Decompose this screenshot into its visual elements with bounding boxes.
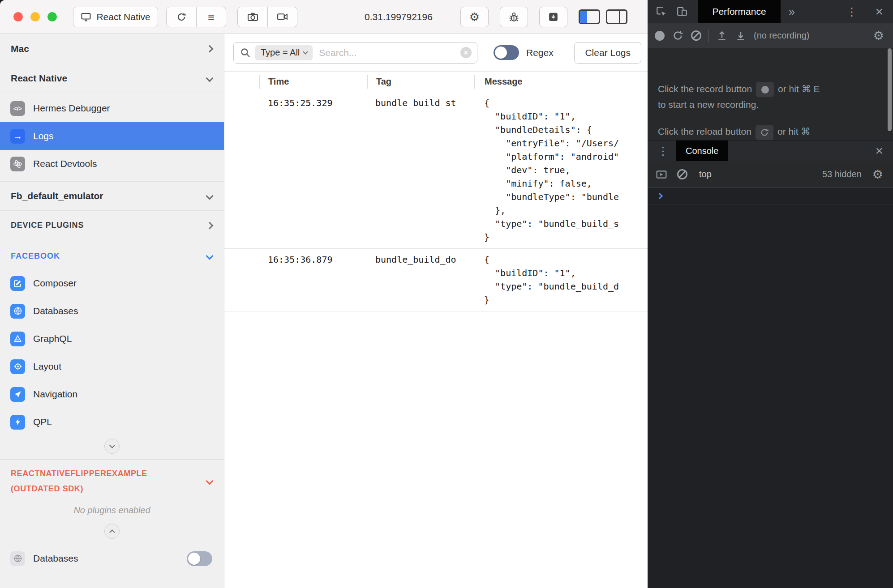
more-tabs-icon[interactable]: »: [789, 5, 795, 18]
monitor-icon: [81, 12, 91, 22]
collapse-disabled-plugins-button[interactable]: [104, 524, 120, 539]
load-profile-button[interactable]: [716, 30, 728, 42]
sidebar-section-mac[interactable]: Mac: [0, 34, 224, 64]
sidebar-item-graphql[interactable]: GraphQL: [0, 325, 224, 353]
device-selector-button[interactable]: React Native: [73, 7, 158, 27]
search-icon: [240, 47, 251, 58]
regex-label: Regex: [526, 47, 554, 58]
disabled-plugin-row-databases: Databases: [0, 545, 224, 572]
inspect-cursor-icon[interactable]: [656, 6, 667, 17]
sidebar-section-react-native[interactable]: React Native: [0, 64, 224, 93]
clear-recording-icon[interactable]: [691, 30, 701, 41]
context-selector[interactable]: top: [699, 169, 712, 179]
clear-search-icon[interactable]: ×: [460, 47, 472, 58]
plugin-label: Composer: [33, 278, 77, 289]
performance-empty-state: Click the record buttonor hit ⌘ E to sta…: [648, 48, 893, 140]
record-button[interactable]: [655, 31, 665, 41]
sidebar-item-composer[interactable]: Composer: [0, 269, 224, 297]
regex-toggle[interactable]: [494, 45, 519, 60]
overflow-menu-icon[interactable]: ⋮: [846, 5, 857, 18]
column-header-message[interactable]: Message: [474, 75, 648, 89]
reload-and-record-button[interactable]: [672, 30, 684, 42]
show-more-plugins-button[interactable]: [104, 439, 120, 454]
menu-button[interactable]: ≡: [196, 7, 226, 27]
section-label: REACTNATIVEFLIPPEREXAMPLE (OUTDATED SDK): [11, 466, 147, 496]
scrollbar-thumb[interactable]: [888, 48, 892, 131]
drawer-overflow-icon[interactable]: ⋮: [648, 145, 669, 158]
screen-record-button[interactable]: [267, 7, 297, 27]
reload-inline-button[interactable]: [756, 125, 773, 140]
sidebar-item-logs[interactable]: → Logs: [0, 122, 224, 150]
close-devtools-icon[interactable]: ×: [875, 5, 883, 18]
column-header-time[interactable]: Time: [259, 75, 367, 89]
sidebar-item-hermes-debugger[interactable]: </> Hermes Debugger: [0, 94, 224, 122]
chevron-down-icon: [206, 252, 214, 260]
enable-plugin-toggle[interactable]: [187, 551, 212, 566]
console-toolbar: top 53 hidden ⚙: [648, 161, 893, 188]
close-window-button[interactable]: [13, 12, 23, 21]
table-row[interactable]: 16:35:36.879 bundle_build_do { "buildID"…: [224, 249, 648, 311]
chevron-right-icon: [206, 222, 214, 229]
console-prompt[interactable]: [648, 188, 893, 205]
zoom-window-button[interactable]: [47, 12, 57, 21]
sidebar-item-react-devtools[interactable]: React Devtools: [0, 150, 224, 178]
screen: React Native ≡: [0, 0, 893, 588]
chevron-down-icon: [206, 477, 214, 485]
layout-toggle-group: [579, 0, 627, 34]
refresh-button[interactable]: [167, 7, 196, 27]
tab-performance[interactable]: Performance: [698, 0, 781, 23]
minimize-window-button[interactable]: [30, 12, 40, 21]
reload-instruction: Click the reload button or hit ⌘: [658, 124, 880, 140]
save-profile-button[interactable]: [735, 30, 747, 42]
sidebar-section-outdated-sdk[interactable]: REACTNATIVEFLIPPEREXAMPLE (OUTDATED SDK): [0, 460, 224, 496]
record-inline-button[interactable]: [756, 82, 774, 97]
install-icon: [548, 11, 559, 22]
plugin-label: GraphQL: [33, 333, 72, 344]
table-row[interactable]: 16:35:25.329 bundle_build_st { "buildID"…: [224, 92, 648, 249]
gear-icon[interactable]: ⚙: [873, 29, 884, 43]
log-message: { "buildID": "1", "type": "bundle_build_…: [474, 253, 648, 307]
video-icon: [277, 11, 288, 22]
code-icon: </>: [10, 101, 25, 116]
sidebar-section-facebook[interactable]: FACEBOOK: [0, 243, 224, 269]
sidebar-section-emulator[interactable]: Fb_default_emulator: [0, 181, 224, 211]
lightning-icon: [10, 415, 25, 430]
sidebar-partial-row: [0, 582, 224, 588]
type-filter-chip[interactable]: Type = All: [255, 45, 313, 60]
sidebar-item-navigation[interactable]: Navigation: [0, 380, 224, 408]
performance-toolbar: (no recording) ⚙: [648, 23, 893, 48]
tab-console[interactable]: Console: [676, 141, 728, 162]
search-input[interactable]: [318, 47, 460, 59]
sidebar-item-databases[interactable]: Databases: [0, 297, 224, 325]
react-native-plugin-list: </> Hermes Debugger → Logs: [0, 93, 224, 178]
plugin-label: QPL: [33, 417, 52, 427]
clear-logs-button[interactable]: Clear Logs: [574, 42, 641, 64]
devtools-tabbar-right: ⋮ ×: [846, 5, 893, 18]
toggle-left-sidebar-button[interactable]: [579, 9, 600, 24]
plugin-label: Logs: [33, 131, 54, 141]
hidden-messages-count[interactable]: 53 hidden: [822, 169, 862, 179]
section-label: Mac: [11, 43, 29, 54]
sidebar-item-layout[interactable]: Layout: [0, 353, 224, 380]
clear-console-icon[interactable]: [677, 169, 687, 179]
devtools-panel: Performance » ⋮ ×: [648, 0, 893, 588]
titlebar: React Native ≡: [0, 0, 648, 34]
plugin-label: Databases: [33, 553, 78, 564]
bug-report-button[interactable]: [500, 7, 528, 27]
section-label: DEVICE PLUGINS: [11, 221, 84, 230]
console-settings-gear-icon[interactable]: ⚙: [872, 167, 883, 182]
column-header-tag[interactable]: Tag: [367, 75, 474, 89]
logs-search-row: Type = All × Regex Clear Logs: [224, 34, 648, 72]
sidebar-item-qpl[interactable]: QPL: [0, 408, 224, 436]
install-app-button[interactable]: [539, 7, 567, 27]
sidebar-section-device-plugins[interactable]: DEVICE PLUGINS: [0, 211, 224, 240]
chevron-right-icon: [206, 45, 214, 53]
screenshot-button[interactable]: [238, 7, 267, 27]
close-drawer-icon[interactable]: ×: [875, 144, 893, 158]
toggle-right-sidebar-button[interactable]: [606, 9, 627, 24]
device-toolbar-icon[interactable]: [676, 6, 688, 17]
prompt-chevron-icon: [657, 193, 663, 199]
console-sidebar-icon[interactable]: [656, 169, 667, 180]
settings-button[interactable]: ⚙: [460, 7, 489, 27]
search-box[interactable]: Type = All ×: [233, 42, 477, 64]
